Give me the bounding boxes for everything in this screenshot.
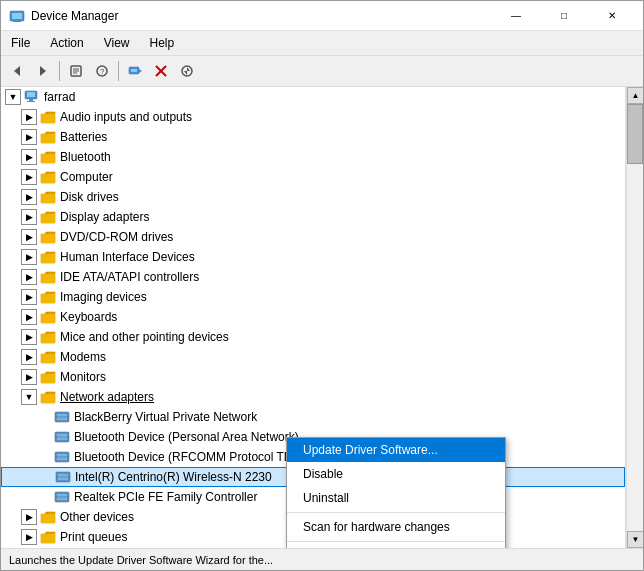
audio-icon [39,109,57,125]
menu-action[interactable]: Action [40,33,93,53]
ctx-properties[interactable]: Properties [287,544,505,548]
minimize-button[interactable]: — [493,1,539,31]
batteries-icon [39,129,57,145]
svg-marker-14 [139,69,142,73]
update-driver-button[interactable] [175,59,199,83]
status-text: Launches the Update Driver Software Wiza… [9,554,273,566]
remove-device-button[interactable] [149,59,173,83]
mice-icon [39,329,57,345]
ide-label: IDE ATA/ATAPI controllers [60,270,199,284]
btrfcomm-icon [53,449,71,465]
print-label: Print queues [60,530,127,544]
computer-tree-icon [39,169,57,185]
keyboards-label: Keyboards [60,310,117,324]
ctx-sep-2 [287,541,505,542]
tree-hid[interactable]: ▶ Human Interface Devices [1,247,625,267]
dvd-expand[interactable]: ▶ [21,229,37,245]
imaging-icon [39,289,57,305]
hid-expand[interactable]: ▶ [21,249,37,265]
menu-file[interactable]: File [1,33,40,53]
device-tree[interactable]: ▼ farrad ▶ Audio inputs and outpu [1,87,626,548]
computer-expand[interactable]: ▶ [21,169,37,185]
tree-batteries[interactable]: ▶ Batteries [1,127,625,147]
realtek-icon [53,489,71,505]
toolbar: ? [1,56,643,87]
scroll-up-button[interactable]: ▲ [627,87,643,104]
maximize-button[interactable]: □ [541,1,587,31]
root-expand[interactable]: ▼ [5,89,21,105]
tree-blackberry[interactable]: BlackBerry Virtual Private Network [1,407,625,427]
btpan-icon [53,429,71,445]
close-button[interactable]: ✕ [589,1,635,31]
modems-icon [39,349,57,365]
content-area: ▼ farrad ▶ Audio inputs and outpu [1,87,643,548]
monitors-expand[interactable]: ▶ [21,369,37,385]
tree-monitors[interactable]: ▶ Monitors [1,367,625,387]
svg-rect-1 [12,13,22,19]
monitors-icon [39,369,57,385]
tree-network[interactable]: ▼ Network adapters [1,387,625,407]
menu-help[interactable]: Help [140,33,185,53]
intel-icon [54,469,72,485]
hid-label: Human Interface Devices [60,250,195,264]
ctx-scan[interactable]: Scan for hardware changes [287,515,505,539]
tree-root[interactable]: ▼ farrad [1,87,625,107]
tree-display[interactable]: ▶ Display adapters [1,207,625,227]
tree-computer[interactable]: ▶ Computer [1,167,625,187]
tree-disk[interactable]: ▶ Disk drives [1,187,625,207]
svg-marker-4 [14,66,20,76]
back-button[interactable] [5,59,29,83]
root-label: farrad [44,90,75,104]
menu-bar: File Action View Help [1,31,643,56]
properties-button[interactable] [64,59,88,83]
mice-label: Mice and other pointing devices [60,330,229,344]
audio-label: Audio inputs and outputs [60,110,192,124]
scan-hardware-button[interactable] [123,59,147,83]
forward-button[interactable] [31,59,55,83]
scroll-track[interactable] [627,104,643,531]
display-expand[interactable]: ▶ [21,209,37,225]
audio-expand[interactable]: ▶ [21,109,37,125]
title-bar: Device Manager — □ ✕ [1,1,643,31]
modems-expand[interactable]: ▶ [21,349,37,365]
tree-dvd[interactable]: ▶ DVD/CD-ROM drives [1,227,625,247]
mice-expand[interactable]: ▶ [21,329,37,345]
btpan-label: Bluetooth Device (Personal Area Network) [74,430,299,444]
tree-imaging[interactable]: ▶ Imaging devices [1,287,625,307]
tree-modems[interactable]: ▶ Modems [1,347,625,367]
imaging-expand[interactable]: ▶ [21,289,37,305]
btrfcomm-label: Bluetooth Device (RFCOMM Protocol TDI) [74,450,300,464]
disk-icon [39,189,57,205]
svg-rect-22 [27,101,35,102]
ctx-disable[interactable]: Disable [287,462,505,486]
app-icon [9,8,25,24]
ide-expand[interactable]: ▶ [21,269,37,285]
display-icon [39,209,57,225]
toolbar-sep-2 [118,61,119,81]
tree-keyboards[interactable]: ▶ Keyboards [1,307,625,327]
scrollbar[interactable]: ▲ ▼ [626,87,643,548]
svg-rect-2 [15,19,19,21]
tree-ide[interactable]: ▶ IDE ATA/ATAPI controllers [1,267,625,287]
scroll-down-button[interactable]: ▼ [627,531,643,548]
ctx-uninstall[interactable]: Uninstall [287,486,505,510]
network-icon [39,389,57,405]
other-expand[interactable]: ▶ [21,509,37,525]
keyboards-expand[interactable]: ▶ [21,309,37,325]
tree-audio[interactable]: ▶ Audio inputs and outputs [1,107,625,127]
modems-label: Modems [60,350,106,364]
ctx-update[interactable]: Update Driver Software... [287,438,505,462]
scroll-thumb[interactable] [627,104,643,164]
help-button[interactable]: ? [90,59,114,83]
dvd-icon [39,229,57,245]
dvd-label: DVD/CD-ROM drives [60,230,173,244]
tree-bluetooth[interactable]: ▶ Bluetooth [1,147,625,167]
batteries-expand[interactable]: ▶ [21,129,37,145]
network-expand[interactable]: ▼ [21,389,37,405]
print-expand[interactable]: ▶ [21,529,37,545]
menu-view[interactable]: View [94,33,140,53]
disk-expand[interactable]: ▶ [21,189,37,205]
tree-mice[interactable]: ▶ Mice and other pointing devices [1,327,625,347]
disk-label: Disk drives [60,190,119,204]
bluetooth-expand[interactable]: ▶ [21,149,37,165]
